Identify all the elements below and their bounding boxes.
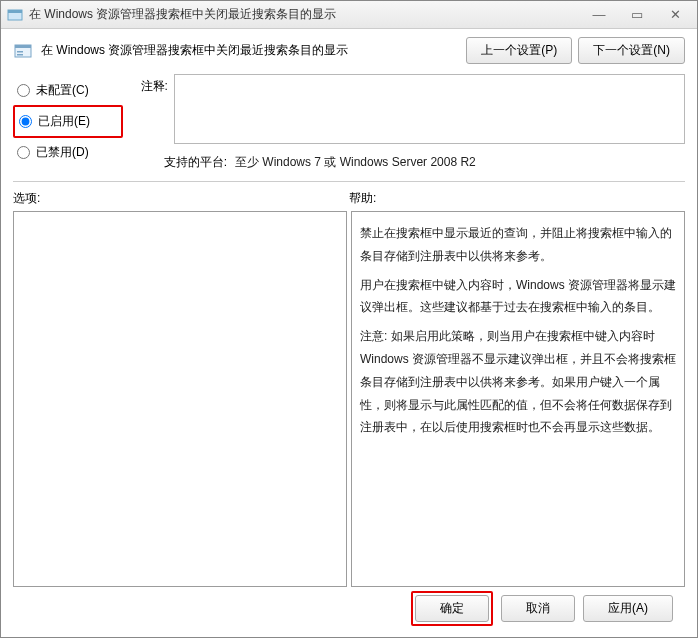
divider bbox=[13, 181, 685, 182]
maximize-button[interactable]: ▭ bbox=[625, 7, 649, 22]
radio-enabled-label[interactable]: 已启用(E) bbox=[38, 113, 90, 130]
help-pane: 禁止在搜索框中显示最近的查询，并阻止将搜索框中输入的条目存储到注册表中以供将来参… bbox=[351, 211, 685, 587]
nav-buttons: 上一个设置(P) 下一个设置(N) bbox=[466, 37, 685, 64]
content-area: 在 Windows 资源管理器搜索框中关闭最近搜索条目的显示 上一个设置(P) … bbox=[1, 29, 697, 637]
ok-highlight: 确定 bbox=[411, 591, 493, 626]
help-paragraph: 用户在搜索框中键入内容时，Windows 资源管理器将显示建议弹出框。这些建议都… bbox=[360, 274, 676, 320]
help-header: 帮助: bbox=[349, 190, 685, 207]
window-title: 在 Windows 资源管理器搜索框中关闭最近搜索条目的显示 bbox=[29, 6, 587, 23]
columns-header: 选项: 帮助: bbox=[13, 190, 685, 207]
comment-label: 注释: bbox=[131, 74, 168, 144]
svg-rect-3 bbox=[15, 45, 31, 48]
columns: 禁止在搜索框中显示最近的查询，并阻止将搜索框中输入的条目存储到注册表中以供将来参… bbox=[13, 211, 685, 587]
radio-not-configured-row[interactable]: 未配置(C) bbox=[13, 76, 123, 105]
radio-disabled[interactable] bbox=[17, 146, 30, 159]
radio-not-configured-label[interactable]: 未配置(C) bbox=[36, 82, 89, 99]
policy-icon bbox=[13, 41, 33, 61]
svg-rect-5 bbox=[17, 54, 23, 56]
next-setting-button[interactable]: 下一个设置(N) bbox=[578, 37, 685, 64]
platform-row: 支持的平台: 至少 Windows 7 或 Windows Server 200… bbox=[131, 154, 685, 171]
window-controls: — ▭ ✕ bbox=[587, 7, 691, 22]
apply-button[interactable]: 应用(A) bbox=[583, 595, 673, 622]
platform-value: 至少 Windows 7 或 Windows Server 2008 R2 bbox=[235, 154, 476, 171]
comment-platform-col: 注释: 支持的平台: 至少 Windows 7 或 Windows Server… bbox=[131, 74, 685, 171]
svg-rect-4 bbox=[17, 51, 23, 53]
footer: 确定 取消 应用(A) bbox=[13, 587, 685, 629]
help-paragraph: 注意: 如果启用此策略，则当用户在搜索框中键入内容时 Windows 资源管理器… bbox=[360, 325, 676, 439]
minimize-button[interactable]: — bbox=[587, 7, 611, 22]
options-pane bbox=[13, 211, 347, 587]
comment-textarea[interactable] bbox=[174, 74, 685, 144]
radio-enabled[interactable] bbox=[19, 115, 32, 128]
radio-not-configured[interactable] bbox=[17, 84, 30, 97]
help-paragraph: 禁止在搜索框中显示最近的查询，并阻止将搜索框中输入的条目存储到注册表中以供将来参… bbox=[360, 222, 676, 268]
radio-disabled-row[interactable]: 已禁用(D) bbox=[13, 138, 123, 167]
dialog-icon bbox=[7, 7, 23, 23]
radio-disabled-label[interactable]: 已禁用(D) bbox=[36, 144, 89, 161]
cancel-button[interactable]: 取消 bbox=[501, 595, 575, 622]
config-section: 未配置(C) 已启用(E) 已禁用(D) 注释: 支持的平台: bbox=[13, 74, 685, 171]
titlebar: 在 Windows 资源管理器搜索框中关闭最近搜索条目的显示 — ▭ ✕ bbox=[1, 1, 697, 29]
close-button[interactable]: ✕ bbox=[663, 7, 687, 22]
svg-rect-1 bbox=[8, 10, 22, 13]
radio-enabled-row[interactable]: 已启用(E) bbox=[13, 105, 123, 138]
platform-label: 支持的平台: bbox=[131, 154, 227, 171]
header-row: 在 Windows 资源管理器搜索框中关闭最近搜索条目的显示 上一个设置(P) … bbox=[13, 37, 685, 64]
previous-setting-button[interactable]: 上一个设置(P) bbox=[466, 37, 572, 64]
options-header: 选项: bbox=[13, 190, 349, 207]
policy-title: 在 Windows 资源管理器搜索框中关闭最近搜索条目的显示 bbox=[41, 42, 348, 59]
ok-button[interactable]: 确定 bbox=[415, 595, 489, 622]
radio-group: 未配置(C) 已启用(E) 已禁用(D) bbox=[13, 74, 123, 171]
settings-dialog: 在 Windows 资源管理器搜索框中关闭最近搜索条目的显示 — ▭ ✕ 在 W… bbox=[0, 0, 698, 638]
